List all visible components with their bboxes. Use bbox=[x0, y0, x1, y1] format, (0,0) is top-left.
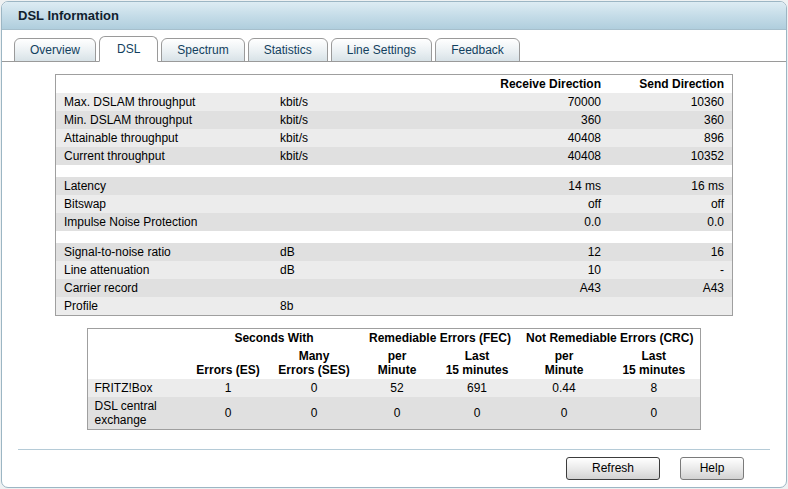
table-row: Carrier record A43 A43 bbox=[56, 279, 733, 297]
param-send-value: 10360 bbox=[609, 93, 733, 111]
header-empty bbox=[272, 75, 393, 94]
error-value: 1 bbox=[188, 379, 268, 397]
param-send-value: 360 bbox=[609, 111, 733, 129]
param-send-value bbox=[609, 297, 733, 316]
param-receive-value: 10 bbox=[393, 261, 609, 279]
header-errors-es: Errors (ES) bbox=[188, 347, 268, 379]
error-value: 0 bbox=[188, 397, 268, 430]
tab-label: DSL bbox=[117, 42, 140, 56]
param-receive-value: 40408 bbox=[393, 129, 609, 147]
header-receive-direction: Receive Direction bbox=[393, 75, 609, 94]
tab-dsl[interactable]: DSL bbox=[99, 36, 158, 62]
param-label: Impulse Noise Protection bbox=[56, 213, 273, 231]
header-empty bbox=[88, 347, 188, 379]
param-label: Line attenuation bbox=[56, 261, 273, 279]
param-label: Min. DSLAM throughput bbox=[56, 111, 273, 129]
dsl-table-header-row: Receive Direction Send Direction bbox=[56, 75, 733, 94]
error-value: 0 bbox=[608, 397, 700, 430]
error-value: 691 bbox=[434, 379, 520, 397]
table-row: Min. DSLAM throughput kbit/s 360 360 bbox=[56, 111, 733, 129]
header-send-direction: Send Direction bbox=[609, 75, 733, 94]
footer-divider bbox=[18, 449, 770, 450]
header-empty bbox=[88, 329, 188, 348]
param-send-value: A43 bbox=[609, 279, 733, 297]
error-value: 0.44 bbox=[520, 379, 608, 397]
tab-label: Statistics bbox=[264, 43, 312, 57]
header-seconds-with: Seconds With bbox=[188, 329, 360, 348]
param-send-value: off bbox=[609, 195, 733, 213]
param-receive-value: 14 ms bbox=[393, 177, 609, 195]
refresh-button[interactable]: Refresh bbox=[566, 457, 660, 480]
error-table-column-header-row: Errors (ES) Many Errors (SES) per Minute… bbox=[88, 347, 700, 379]
error-value: 0 bbox=[268, 379, 360, 397]
error-value: 0 bbox=[268, 397, 360, 430]
title-bar: DSL Information bbox=[2, 2, 786, 30]
table-row: Current throughput kbit/s 40408 10352 bbox=[56, 147, 733, 165]
param-label: Current throughput bbox=[56, 147, 273, 165]
spacer-row bbox=[56, 165, 733, 177]
table-row: Max. DSLAM throughput kbit/s 70000 10360 bbox=[56, 93, 733, 111]
spacer-row bbox=[56, 231, 733, 243]
tab-spectrum[interactable]: Spectrum bbox=[161, 38, 244, 62]
dsl-parameters-table: Receive Direction Send Direction Max. DS… bbox=[55, 74, 733, 316]
table-row: DSL central exchange 0 0 0 0 0 0 bbox=[88, 397, 700, 430]
param-send-value: 16 bbox=[609, 243, 733, 261]
spacer-cell bbox=[56, 165, 733, 177]
param-receive-value: 0.0 bbox=[393, 213, 609, 231]
param-send-value: 10352 bbox=[609, 147, 733, 165]
error-statistics-table: Seconds With Remediable Errors (FEC) Not… bbox=[87, 328, 700, 430]
header-fec-last-15-minutes: Last 15 minutes bbox=[434, 347, 520, 379]
footer-buttons: Refresh Help bbox=[2, 457, 786, 480]
window-title: DSL Information bbox=[18, 8, 119, 23]
header-many-errors-ses: Many Errors (SES) bbox=[268, 347, 360, 379]
tab-label: Spectrum bbox=[177, 43, 228, 57]
table-row: Latency 14 ms 16 ms bbox=[56, 177, 733, 195]
param-label: Latency bbox=[56, 177, 273, 195]
error-value: 8 bbox=[608, 379, 700, 397]
footer: Refresh Help bbox=[2, 449, 786, 480]
header-crc-last-15-minutes: Last 15 minutes bbox=[608, 347, 700, 379]
param-send-value: 0.0 bbox=[609, 213, 733, 231]
tab-line-settings[interactable]: Line Settings bbox=[331, 38, 432, 62]
help-button[interactable]: Help bbox=[680, 457, 744, 480]
param-receive-value: 40408 bbox=[393, 147, 609, 165]
param-label: Max. DSLAM throughput bbox=[56, 93, 273, 111]
tab-content-dsl: Receive Direction Send Direction Max. DS… bbox=[2, 62, 786, 430]
param-unit: dB bbox=[272, 261, 393, 279]
param-unit: kbit/s bbox=[272, 111, 393, 129]
param-send-value: 16 ms bbox=[609, 177, 733, 195]
param-unit bbox=[272, 213, 393, 231]
table-row: Profile 8b bbox=[56, 297, 733, 316]
dsl-information-window: DSL Information Overview DSL Spectrum St… bbox=[1, 1, 787, 488]
param-unit: kbit/s bbox=[272, 93, 393, 111]
param-receive-value bbox=[393, 297, 609, 316]
param-unit bbox=[272, 279, 393, 297]
param-receive-value: off bbox=[393, 195, 609, 213]
error-value: 0 bbox=[434, 397, 520, 430]
tab-statistics[interactable]: Statistics bbox=[248, 38, 328, 62]
param-unit bbox=[272, 195, 393, 213]
tab-label: Feedback bbox=[451, 43, 504, 57]
error-value: 0 bbox=[360, 397, 434, 430]
table-row: Impulse Noise Protection 0.0 0.0 bbox=[56, 213, 733, 231]
tab-bar: Overview DSL Spectrum Statistics Line Se… bbox=[2, 30, 786, 62]
param-label: Profile bbox=[56, 297, 273, 316]
header-not-remediable-errors-crc: Not Remediable Errors (CRC) bbox=[520, 329, 700, 348]
table-row: Signal-to-noise ratio dB 12 16 bbox=[56, 243, 733, 261]
table-row: Line attenuation dB 10 - bbox=[56, 261, 733, 279]
param-unit: kbit/s bbox=[272, 129, 393, 147]
spacer-cell bbox=[56, 231, 733, 243]
param-receive-value: 12 bbox=[393, 243, 609, 261]
header-fec-per-minute: per Minute bbox=[360, 347, 434, 379]
param-receive-value: A43 bbox=[393, 279, 609, 297]
table-row: Bitswap off off bbox=[56, 195, 733, 213]
tab-overview[interactable]: Overview bbox=[14, 38, 96, 62]
param-unit bbox=[272, 177, 393, 195]
param-send-value: 896 bbox=[609, 129, 733, 147]
error-value: 52 bbox=[360, 379, 434, 397]
param-receive-value: 360 bbox=[393, 111, 609, 129]
param-unit: kbit/s bbox=[272, 147, 393, 165]
param-unit: 8b bbox=[272, 297, 393, 316]
param-label: Attainable throughput bbox=[56, 129, 273, 147]
tab-feedback[interactable]: Feedback bbox=[435, 38, 520, 62]
